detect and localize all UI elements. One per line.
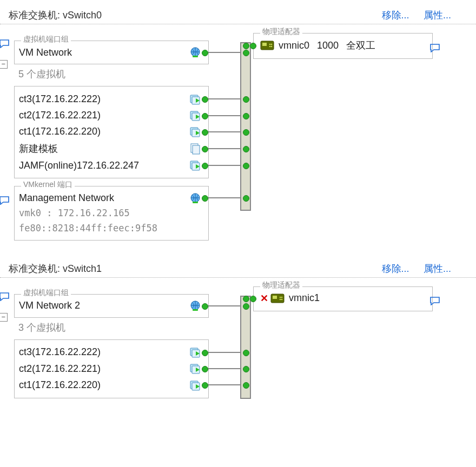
vm-row[interactable]: JAMF(online)172.16.22.247 [15, 157, 208, 174]
adapter-down-icon: ✕ [260, 292, 268, 304]
portgroup-box: 虚拟机端口组 VM Network [14, 41, 209, 64]
vmkernel-ip: vmk0 : 172.16.22.165 [15, 205, 208, 221]
svg-point-2 [269, 44, 271, 45]
vm-row[interactable]: ct1(172.16.22.220) [15, 124, 208, 140]
portgroup-title-row[interactable]: VM Network [15, 45, 208, 59]
svg-point-24 [280, 298, 281, 300]
vm-label: ct1(172.16.22.220) [19, 379, 188, 391]
portgroup-icon [189, 46, 201, 58]
adapter-name: vmnic0 [279, 40, 309, 51]
vm-running-icon [189, 110, 201, 122]
vm-count-row: 3 个虚拟机 [14, 321, 209, 334]
svg-point-23 [281, 296, 283, 298]
vm-running-icon [189, 346, 201, 358]
properties-link[interactable]: 属性... [424, 10, 451, 21]
adapter-row[interactable]: vmnic0 1000 全双工 [260, 39, 427, 52]
adapter-legend: 物理适配器 [260, 27, 302, 37]
portgroup-icon [189, 300, 201, 312]
vm-list-box: ct3(172.16.22.222)ct2(172.16.22.221)ct1(… [14, 86, 209, 178]
physical-adapter-box: 物理适配器 vmnic0 1000 全双工 [253, 33, 433, 59]
vm-row[interactable]: ct2(172.16.22.221) [15, 108, 208, 124]
vm-running-icon [189, 94, 201, 105]
vswitch-section: 标准交换机: vSwitch0 移除... 属性... 物理适配器 vmnic0… [0, 5, 476, 241]
svg-rect-15 [193, 145, 200, 154]
vm-row[interactable]: ct1(172.16.22.220) [15, 377, 208, 393]
vswitch-diagram: 物理适配器 ✕ vmnic1 − 虚拟机端口组 [14, 280, 476, 398]
vswitch-diagram: 物理适配器 vmnic0 1000 全双工 − [14, 26, 476, 241]
vswitch-title: 标准交换机: vSwitch1 [9, 262, 102, 275]
vm-list-expander[interactable]: − [0, 60, 8, 69]
vswitch-section: 标准交换机: vSwitch1 移除... 属性... 物理适配器 ✕ vmni… [0, 259, 476, 398]
nic-icon [270, 293, 285, 304]
vm-running-icon [189, 159, 201, 171]
svg-rect-7 [193, 56, 198, 57]
portgroup-legend: 虚拟机端口组 [21, 288, 71, 298]
vm-count-row: 5 个虚拟机 [14, 68, 209, 81]
adapter-speed: 1000 [317, 40, 339, 51]
portgroup-box: 虚拟机端口组 VM Network 2 [14, 294, 209, 318]
vmkernel-icon [189, 192, 201, 204]
adapter-info-icon[interactable] [429, 296, 440, 306]
svg-point-3 [271, 44, 273, 45]
svg-rect-27 [193, 309, 198, 311]
svg-rect-21 [273, 296, 277, 299]
properties-link[interactable]: 属性... [424, 263, 451, 274]
vm-label: ct3(172.16.22.222) [19, 94, 188, 105]
svg-rect-19 [193, 202, 198, 203]
svg-point-25 [281, 298, 283, 300]
vm-label: 新建模板 [19, 142, 188, 155]
svg-point-5 [271, 46, 273, 48]
physical-adapter-box: 物理适配器 ✕ vmnic1 [253, 286, 433, 311]
vswitch-header: 标准交换机: vSwitch0 移除... 属性... [0, 5, 476, 24]
portgroup-name: VM Network [19, 47, 188, 58]
portgroup-legend: 虚拟机端口组 [21, 35, 71, 44]
portgroup-title-row[interactable]: VM Network 2 [15, 299, 208, 313]
vmkernel-ipv6: fe80::8218:44ff:feec:9f58 [15, 221, 208, 236]
portgroup-info-icon[interactable] [0, 292, 10, 301]
vm-list-expander[interactable]: − [0, 313, 8, 322]
svg-rect-1 [262, 43, 267, 46]
remove-link[interactable]: 移除... [382, 263, 409, 274]
vm-label: ct3(172.16.22.222) [19, 346, 188, 358]
vmkernel-title-row[interactable]: Management Network [15, 191, 208, 205]
svg-point-22 [280, 296, 281, 298]
vmkernel-info-icon[interactable] [0, 196, 10, 205]
vmkernel-name: Management Network [19, 192, 188, 204]
adapter-info-icon[interactable] [429, 43, 440, 52]
vm-running-icon [189, 379, 201, 391]
vm-label: ct1(172.16.22.220) [19, 126, 188, 137]
vm-list-box: ct3(172.16.22.222)ct2(172.16.22.221)ct1(… [14, 339, 209, 398]
vswitch-title: 标准交换机: vSwitch0 [9, 9, 102, 22]
vm-running-icon [189, 126, 201, 138]
nic-icon [260, 40, 274, 51]
portgroup-info-icon[interactable] [0, 39, 10, 48]
vmkernel-box: VMkernel 端口 Management Network vmk0 : 17… [14, 186, 209, 240]
adapter-row[interactable]: ✕ vmnic1 [260, 292, 427, 304]
vm-label: ct2(172.16.22.221) [19, 363, 188, 375]
template-icon [189, 143, 201, 155]
adapter-legend: 物理适配器 [260, 281, 302, 290]
portgroup-name: VM Network 2 [19, 300, 188, 311]
vm-row[interactable]: ct2(172.16.22.221) [15, 361, 208, 377]
vm-row[interactable]: ct3(172.16.22.222) [15, 91, 208, 107]
adapter-duplex: 全双工 [346, 39, 375, 52]
vm-label: JAMF(online)172.16.22.247 [19, 160, 188, 171]
vm-row[interactable]: 新建模板 [15, 140, 208, 157]
vm-row[interactable]: ct3(172.16.22.222) [15, 344, 208, 361]
vm-label: ct2(172.16.22.221) [19, 110, 188, 121]
remove-link[interactable]: 移除... [382, 10, 409, 21]
svg-point-4 [269, 46, 271, 48]
vswitch-header: 标准交换机: vSwitch1 移除... 属性... [0, 259, 476, 278]
adapter-name: vmnic1 [289, 292, 320, 304]
vm-running-icon [189, 363, 201, 375]
vmkernel-legend: VMkernel 端口 [21, 180, 75, 190]
